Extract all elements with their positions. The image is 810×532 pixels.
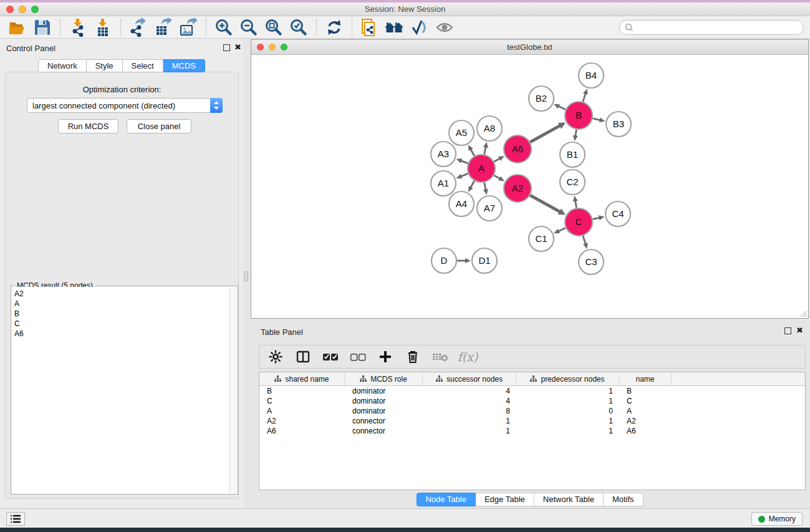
tab-style[interactable]: Style xyxy=(87,59,123,72)
column-header-shared-name[interactable]: shared name xyxy=(259,372,345,385)
table-row[interactable]: A2connector11A2 xyxy=(259,416,805,426)
graph-node-A5[interactable]: A5 xyxy=(449,120,474,145)
table-row[interactable]: Cdominator41C xyxy=(259,396,805,406)
column-header-name[interactable]: name xyxy=(619,372,672,385)
graph-node-B[interactable]: B xyxy=(565,102,592,129)
cyndex-button[interactable] xyxy=(407,17,432,37)
graph-node-C4[interactable]: C4 xyxy=(605,201,630,226)
search-input[interactable] xyxy=(634,21,803,34)
edge-B-B4[interactable] xyxy=(583,94,586,102)
select-all-button[interactable] xyxy=(322,348,339,365)
add-column-button[interactable] xyxy=(377,348,394,365)
graph-node-C[interactable]: C xyxy=(565,208,592,236)
graph-node-D[interactable]: D xyxy=(432,248,456,273)
table-row[interactable]: Adominator80A xyxy=(259,406,805,416)
graph-node-A[interactable]: A xyxy=(468,155,495,182)
home-button[interactable] xyxy=(382,17,407,37)
deselect-all-button[interactable] xyxy=(349,348,367,365)
export-image-button[interactable] xyxy=(176,17,201,37)
graph-node-B1[interactable]: B1 xyxy=(560,142,585,167)
network-window-titlebar[interactable]: testGlobe.txt xyxy=(251,40,808,55)
open-session-button[interactable] xyxy=(5,17,30,37)
column-header-MCDS-role[interactable]: MCDS role xyxy=(345,372,423,385)
gear-button[interactable] xyxy=(267,348,284,365)
export-table-button[interactable] xyxy=(151,17,176,37)
search-field[interactable] xyxy=(619,20,804,35)
mcds-result-item[interactable]: B xyxy=(14,309,229,319)
task-history-button[interactable] xyxy=(6,512,25,526)
graph-node-A4[interactable]: A4 xyxy=(449,191,474,216)
tab-network-table[interactable]: Network Table xyxy=(534,493,604,506)
import-network-button[interactable] xyxy=(65,17,90,37)
import-table-button[interactable] xyxy=(90,17,115,37)
optimization-dropdown[interactable]: largest connected component (directed) xyxy=(27,98,223,113)
panel-divider-handle[interactable] xyxy=(244,271,248,281)
edge-A-A2[interactable] xyxy=(494,175,500,178)
zoom-out-button[interactable] xyxy=(236,17,261,37)
edge-A-A4[interactable] xyxy=(471,181,475,188)
mcds-result-scrollbar[interactable] xyxy=(229,287,237,493)
network-from-selection-button[interactable] xyxy=(357,17,382,37)
network-canvas[interactable]: B4B2BB3A5A8A6B1A3AA1C2A2A4A7C4CC1C3DD1 xyxy=(251,55,808,318)
edge-C-C3[interactable] xyxy=(583,236,586,244)
column-header-successor-nodes[interactable]: successor nodes xyxy=(423,372,516,385)
tab-select[interactable]: Select xyxy=(123,59,163,72)
edge-C-C2[interactable] xyxy=(576,201,577,208)
refresh-button[interactable] xyxy=(322,17,347,37)
edge-A6-B[interactable] xyxy=(530,125,560,142)
edge-B-B1[interactable] xyxy=(576,130,577,137)
edge-C-C4[interactable] xyxy=(593,218,600,219)
graph-node-B3[interactable]: B3 xyxy=(606,112,631,137)
graph-node-A7[interactable]: A7 xyxy=(477,196,502,221)
close-panel-icon[interactable]: ✖ xyxy=(234,42,241,52)
edge-B-B2[interactable] xyxy=(558,106,566,109)
graph-node-B2[interactable]: B2 xyxy=(529,86,554,111)
edge-C-C1[interactable] xyxy=(558,228,566,231)
graph-node-C2[interactable]: C2 xyxy=(560,170,585,195)
panel-divider[interactable] xyxy=(243,39,249,508)
graph-node-A1[interactable]: A1 xyxy=(431,171,456,196)
split-view-button[interactable] xyxy=(294,348,312,365)
mcds-result-item[interactable]: A2 xyxy=(14,289,229,299)
edge-A-A5[interactable] xyxy=(471,149,475,156)
edge-A-A8[interactable] xyxy=(485,147,486,154)
edge-A2-C[interactable] xyxy=(530,195,560,211)
edge-A-A1[interactable] xyxy=(461,173,468,177)
zoom-fit-button[interactable] xyxy=(261,17,286,37)
resize-grip-icon[interactable] xyxy=(799,309,808,317)
tab-network[interactable]: Network xyxy=(38,59,87,72)
graph-node-A8[interactable]: A8 xyxy=(477,116,502,141)
save-session-button[interactable] xyxy=(30,17,55,37)
graph-node-C1[interactable]: C1 xyxy=(529,226,554,251)
run-mcds-button[interactable]: Run MCDS xyxy=(58,119,118,133)
tab-motifs[interactable]: Motifs xyxy=(604,493,644,506)
tab-mcds[interactable]: MCDS xyxy=(163,59,205,72)
float-panel-icon[interactable] xyxy=(223,44,230,51)
close-panel-button[interactable]: Close panel xyxy=(127,119,191,133)
memory-button[interactable]: Memory xyxy=(751,512,803,526)
table-row[interactable]: Bdominator41B xyxy=(259,386,805,396)
graph-node-B4[interactable]: B4 xyxy=(579,63,604,88)
zoom-in-button[interactable] xyxy=(211,17,236,37)
mcds-result-item[interactable]: C xyxy=(14,319,229,329)
zoom-selected-button[interactable] xyxy=(286,17,311,37)
table-panel-close-icon[interactable]: ✖ xyxy=(796,326,803,335)
graph-node-C3[interactable]: C3 xyxy=(579,249,604,274)
table-row[interactable]: A6connector11A6 xyxy=(259,426,805,436)
column-header-predecessor-nodes[interactable]: predecessor nodes xyxy=(516,372,619,385)
edge-A-A6[interactable] xyxy=(494,158,499,162)
hide-details-button[interactable] xyxy=(432,17,457,37)
graph-node-D1[interactable]: D1 xyxy=(472,248,497,273)
edge-A-A3[interactable] xyxy=(461,161,468,163)
graph-node-A6[interactable]: A6 xyxy=(504,135,531,163)
table-panel-float-icon[interactable] xyxy=(784,327,791,334)
export-network-button[interactable] xyxy=(126,17,151,37)
edge-A-A7[interactable] xyxy=(485,183,486,190)
graph-node-A2[interactable]: A2 xyxy=(504,175,531,202)
mcds-result-item[interactable]: A xyxy=(14,299,229,309)
tab-node-table[interactable]: Node Table xyxy=(416,493,476,506)
mcds-result-item[interactable]: A6 xyxy=(14,329,229,339)
delete-column-button[interactable] xyxy=(404,348,422,365)
edge-B-B3[interactable] xyxy=(592,118,600,120)
tab-edge-table[interactable]: Edge Table xyxy=(476,493,534,506)
